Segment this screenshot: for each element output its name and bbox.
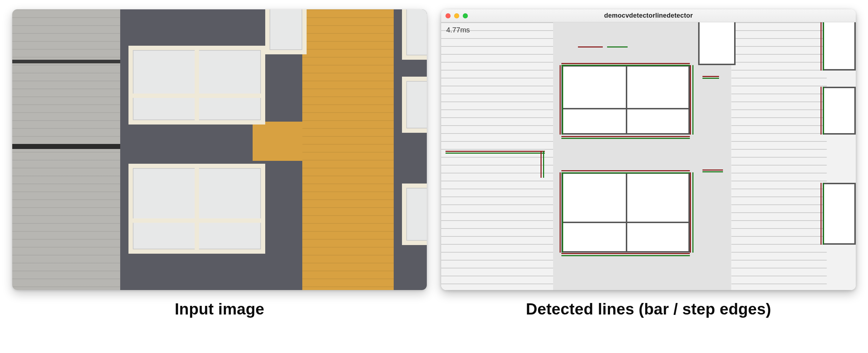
window-right (402, 184, 427, 245)
left-caption: Input image (175, 300, 264, 318)
window-title: democvdetectorlinedetector (441, 12, 856, 19)
window-lower (128, 164, 265, 254)
detector-window: democvdetectorlinedetector 4.77ms (441, 9, 856, 290)
left-column: Input image (12, 9, 427, 318)
window-upper (128, 46, 265, 124)
figure-root: Input image democvdetectorlinedetector 4 (0, 0, 868, 353)
window-right (402, 77, 427, 133)
window-titlebar[interactable]: democvdetectorlinedetector (441, 9, 856, 22)
traffic-lights (446, 13, 468, 18)
window-top-right (265, 9, 307, 54)
panel-gap (12, 144, 120, 149)
window-chrome: democvdetectorlinedetector 4.77ms (441, 9, 856, 290)
input-image-card (12, 9, 427, 290)
timing-readout: 4.77ms (446, 26, 470, 34)
input-image (12, 9, 427, 290)
minimize-icon[interactable] (454, 13, 459, 18)
detector-output: 4.77ms (441, 22, 856, 290)
window-right (402, 9, 427, 60)
panel-gap (12, 60, 120, 63)
right-caption: Detected lines (bar / step edges) (526, 300, 771, 318)
bar-edge-overlay (441, 22, 856, 290)
close-icon[interactable] (446, 13, 451, 18)
zoom-icon[interactable] (463, 13, 468, 18)
figure-row: Input image democvdetectorlinedetector 4 (12, 9, 856, 353)
facade-patch (253, 122, 302, 161)
right-column: democvdetectorlinedetector 4.77ms (441, 9, 856, 318)
